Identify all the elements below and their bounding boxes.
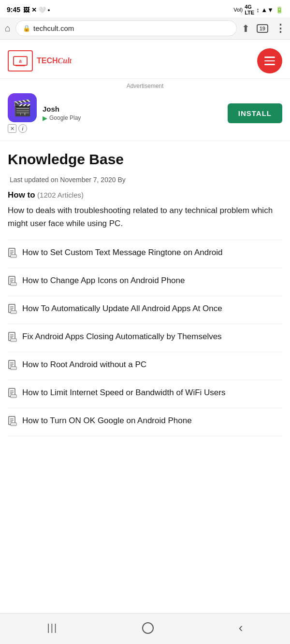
article-list-item[interactable]: Fix Android Apps Closing Automatically b…: [8, 324, 282, 352]
home-icon[interactable]: ⌂: [5, 23, 11, 34]
article-list-item[interactable]: How to Turn ON OK Google on Android Phon…: [8, 408, 282, 436]
battery-icon: 🔋: [276, 6, 283, 14]
article-title: How to Turn ON OK Google on Android Phon…: [22, 415, 192, 427]
play-store-label: Google Play: [49, 114, 81, 121]
menu-line-1: [264, 57, 275, 58]
article-title: How To Automatically Update All Android …: [22, 303, 222, 315]
article-list-item[interactable]: How to Set Custom Text Message Ringtone …: [8, 240, 282, 268]
play-store-icon: ▶: [43, 114, 47, 122]
article-doc-icon: [8, 304, 17, 317]
article-doc-icon: [8, 416, 17, 429]
hamburger-icon: [264, 57, 275, 65]
page-content: a TECHCult Advertisement 🎬 ✕: [0, 40, 290, 478]
article-title: How to Root Android without a PC: [22, 359, 146, 371]
article-content: Knowledge Base Last updated on November …: [0, 141, 290, 444]
article-list-item[interactable]: How to Change App Icons on Android Phone: [8, 268, 282, 296]
category-line: How to (1202 Articles): [8, 190, 282, 200]
category-count: (1202 Articles): [37, 191, 84, 199]
bottom-navigation: ||| ‹: [0, 613, 290, 644]
ad-controls: ✕ i: [8, 124, 27, 133]
lock-icon: 🔒: [23, 25, 30, 32]
article-title: How to Set Custom Text Message Ringtone …: [22, 247, 223, 259]
status-bar: 9:45 🖼 ✕ 🤍 • Vol) 4GLTE ↕ ▲▼ 🔋: [0, 0, 290, 17]
nav-lines-button[interactable]: |||: [38, 620, 68, 635]
article-title: How to Limit Internet Speed or Bandwidth…: [22, 387, 225, 399]
svg-rect-1: [15, 65, 25, 66]
share-icon[interactable]: ⬆: [242, 23, 250, 34]
article-doc-icon: [8, 360, 17, 373]
article-list: How to Set Custom Text Message Ringtone …: [8, 240, 282, 436]
advertisement-section: Advertisement 🎬 ✕ i Josh ▶ Google Play I…: [0, 78, 290, 141]
category-description: How to deals with troubleshooting relate…: [8, 204, 282, 230]
article-list-item[interactable]: How to Limit Internet Speed or Bandwidth…: [8, 380, 282, 408]
meta-info: Last updated on November 7, 2020 By: [8, 176, 282, 184]
ad-app-name: Josh: [43, 105, 222, 113]
bottom-padding: [0, 444, 290, 478]
article-doc-icon: [8, 248, 17, 261]
page-title: Knowledge Base: [8, 151, 282, 168]
status-icons: 🖼 ✕ 🤍 •: [23, 6, 50, 14]
status-right-icons: Vol) 4GLTE ↕ ▲▼ 🔋: [233, 4, 283, 15]
menu-line-3: [264, 64, 275, 65]
ad-app-icon: 🎬: [8, 93, 37, 122]
menu-line-2: [264, 60, 275, 62]
logo-cult: Cult: [58, 57, 72, 65]
nav-back-button[interactable]: ‹: [229, 618, 253, 637]
network-4g: 4GLTE: [245, 4, 254, 15]
ad-play-badge: ▶ Google Play: [43, 114, 222, 122]
browser-actions: ⬆ 19 ⋮: [242, 22, 285, 35]
time-display: 9:45: [7, 6, 20, 14]
article-list-item[interactable]: How To Automatically Update All Android …: [8, 296, 282, 324]
svg-text:a: a: [19, 58, 22, 64]
ad-close-button[interactable]: ✕: [8, 124, 16, 133]
article-title: How to Change App Icons on Android Phone: [22, 275, 185, 287]
logo-area: a TECHCult: [8, 50, 72, 72]
url-text: techcult.com: [33, 24, 74, 32]
vol-icon: Vol): [233, 7, 243, 13]
menu-dots-icon[interactable]: ⋮: [275, 22, 285, 35]
article-doc-icon: [8, 332, 17, 345]
ad-label: Advertisement: [8, 83, 282, 89]
signal-icon: ↕ ▲▼: [256, 6, 274, 14]
address-bar: ⌂ 🔒 techcult.com ⬆ 19 ⋮: [0, 17, 290, 40]
status-time: 9:45 🖼 ✕ 🤍 •: [7, 6, 50, 14]
article-doc-icon: [8, 388, 17, 401]
logo-tech: TECH: [37, 57, 58, 65]
ad-info-button[interactable]: i: [18, 124, 27, 133]
install-button[interactable]: INSTALL: [228, 103, 282, 123]
article-list-item[interactable]: How to Root Android without a PC: [8, 352, 282, 380]
article-doc-icon: [8, 276, 17, 289]
category-label: How to: [8, 190, 35, 200]
article-title: Fix Android Apps Closing Automatically b…: [22, 331, 222, 343]
logo-icon: a: [8, 50, 33, 72]
ad-app-info: Josh ▶ Google Play: [43, 105, 222, 122]
ad-box: 🎬 ✕ i Josh ▶ Google Play INSTALL: [8, 93, 282, 133]
site-header: a TECHCult: [0, 40, 290, 78]
nav-home-button[interactable]: [142, 622, 154, 634]
hamburger-button[interactable]: [257, 48, 282, 73]
tabs-count[interactable]: 19: [257, 24, 268, 33]
logo-text: TECHCult: [37, 57, 72, 65]
url-box[interactable]: 🔒 techcult.com: [15, 20, 237, 36]
